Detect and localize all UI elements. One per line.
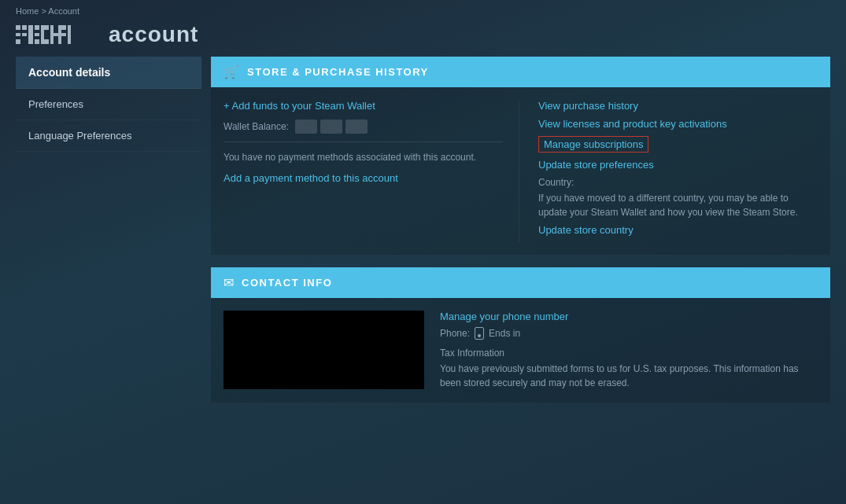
tax-title: Tax Information: [440, 348, 818, 359]
svg-rect-15: [61, 25, 66, 30]
store-section-title: STORE & PURCHASE HISTORY: [247, 66, 429, 78]
store-section-body: + Add funds to your Steam Wallet Wallet …: [211, 87, 830, 255]
store-right-column: View purchase history View licenses and …: [535, 100, 818, 242]
view-licenses-link[interactable]: View licenses and product key activation…: [538, 118, 818, 130]
contact-image: [224, 311, 424, 389]
svg-rect-8: [35, 39, 39, 44]
sidebar-item-language-preferences[interactable]: Language Preferences: [16, 120, 201, 152]
manage-subscriptions-link[interactable]: Manage subscriptions: [538, 136, 648, 153]
logo-svg: [16, 22, 102, 47]
contact-section-body: Manage your phone number Phone: Ends in …: [211, 298, 830, 403]
add-funds-link[interactable]: + Add funds to your Steam Wallet: [224, 100, 503, 112]
contact-right-column: Manage your phone number Phone: Ends in …: [440, 311, 818, 390]
svg-rect-9: [41, 25, 44, 44]
store-left-column: + Add funds to your Steam Wallet Wallet …: [224, 100, 519, 242]
svg-rect-3: [22, 25, 27, 30]
phone-row: Phone: Ends in: [440, 327, 818, 340]
svg-rect-17: [68, 25, 71, 44]
store-section-header: 🛒 STORE & PURCHASE HISTORY: [211, 57, 830, 87]
page-title-bar: account: [0, 19, 846, 57]
wallet-icon-3: [345, 120, 368, 134]
wallet-balance-label: Wallet Balance:: [224, 121, 289, 132]
contact-section-title: CONTACT INFO: [242, 277, 332, 289]
svg-rect-5: [28, 25, 33, 44]
country-desc: If you have moved to a different country…: [538, 191, 818, 219]
svg-rect-12: [50, 25, 54, 44]
tax-desc: You have previously submitted forms to u…: [440, 362, 818, 390]
svg-rect-13: [54, 33, 58, 36]
phone-icon: [475, 327, 484, 340]
svg-rect-11: [44, 39, 49, 44]
divider-1: [224, 142, 503, 142]
manage-phone-link[interactable]: Manage your phone number: [440, 311, 818, 322]
svg-rect-4: [22, 33, 27, 36]
svg-rect-1: [16, 33, 20, 36]
breadcrumb-separator: >: [41, 6, 46, 16]
country-label: Country:: [538, 177, 818, 188]
svg-rect-10: [44, 25, 49, 30]
contact-section-header: ✉ CONTACT INFO: [211, 267, 830, 298]
steam-logo: [16, 22, 102, 47]
sidebar-item-account-details[interactable]: Account details: [16, 57, 201, 89]
email-icon: ✉: [224, 275, 234, 290]
store-purchase-section: 🛒 STORE & PURCHASE HISTORY + Add funds t…: [211, 57, 830, 255]
update-store-country-link[interactable]: Update store country: [538, 224, 818, 236]
content-area: 🛒 STORE & PURCHASE HISTORY + Add funds t…: [211, 57, 830, 498]
view-purchase-history-link[interactable]: View purchase history: [538, 100, 818, 112]
breadcrumb: Home > Account: [16, 6, 830, 16]
breadcrumb-current: Account: [48, 6, 79, 16]
svg-rect-0: [16, 25, 20, 30]
no-payment-text: You have no payment methods associated w…: [224, 150, 503, 164]
wallet-balance-row: Wallet Balance:: [224, 120, 503, 134]
wallet-icon-1: [295, 120, 317, 134]
update-store-prefs-link[interactable]: Update store preferences: [538, 159, 818, 171]
wallet-icon-2: [320, 120, 342, 134]
top-header: Home > Account: [0, 0, 846, 19]
svg-rect-16: [61, 33, 66, 36]
contact-info-section: ✉ CONTACT INFO Manage your phone number …: [211, 267, 830, 403]
sidebar-item-preferences[interactable]: Preferences: [16, 89, 201, 120]
add-payment-link[interactable]: Add a payment method to this account: [224, 172, 398, 184]
main-layout: Account details Preferences Language Pre…: [0, 57, 846, 498]
cart-icon: 🛒: [224, 64, 239, 79]
phone-ends-in: Ends in: [489, 328, 520, 339]
svg-rect-6: [35, 25, 39, 30]
breadcrumb-home[interactable]: Home: [16, 6, 39, 16]
sidebar: Account details Preferences Language Pre…: [16, 57, 211, 498]
svg-rect-7: [35, 33, 39, 36]
svg-rect-14: [58, 25, 61, 44]
wallet-icons: [295, 120, 368, 134]
svg-rect-2: [16, 39, 20, 44]
phone-label: Phone:: [440, 328, 470, 339]
page-title: account: [109, 22, 198, 47]
